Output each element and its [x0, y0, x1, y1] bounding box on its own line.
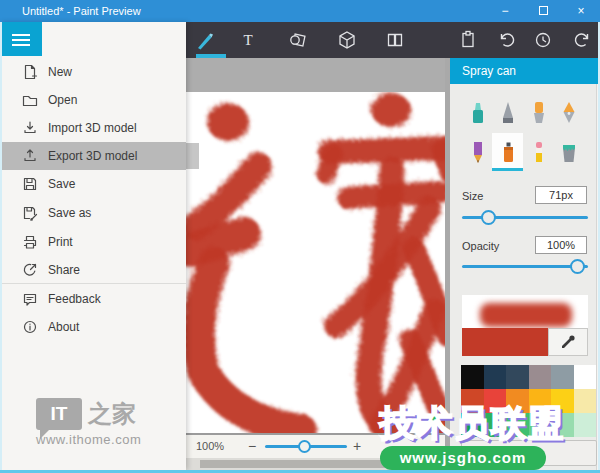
- tab-canvas[interactable]: [378, 22, 412, 58]
- marker-icon: [468, 100, 488, 126]
- redo-button[interactable]: [565, 22, 599, 58]
- brush-icon: [194, 29, 216, 51]
- spray-painted-text: 之家: [186, 92, 445, 433]
- eyedropper-icon: [559, 333, 577, 351]
- canvas-margin: [186, 58, 445, 92]
- window-title: Untitled* - Paint Preview: [22, 0, 141, 22]
- print-icon: [22, 234, 38, 250]
- jsgho-url-pill: www.jsgho.com: [380, 446, 546, 470]
- size-slider-thumb[interactable]: [481, 210, 496, 225]
- panel-header: Spray can: [450, 58, 600, 84]
- maximize-button[interactable]: [532, 0, 554, 22]
- opacity-input[interactable]: 100%: [535, 236, 587, 254]
- feedback-icon: [22, 291, 38, 307]
- panel-title: Spray can: [462, 58, 516, 84]
- palette-color[interactable]: [529, 365, 552, 389]
- open-folder-icon: [22, 92, 38, 108]
- close-button[interactable]: ×: [570, 0, 592, 22]
- tab-text[interactable]: T: [231, 22, 265, 58]
- palette-color[interactable]: [461, 365, 484, 389]
- brush-pen[interactable]: [553, 94, 584, 132]
- top-toolbar: T: [186, 22, 600, 58]
- history-button[interactable]: [526, 22, 560, 58]
- oil-brush-icon: [529, 100, 549, 126]
- pencil-icon: [468, 139, 488, 165]
- palette-color[interactable]: [506, 365, 529, 389]
- menu-item-feedback[interactable]: Feedback: [0, 285, 186, 313]
- menu-item-save[interactable]: Save: [0, 170, 186, 198]
- zoom-out-button[interactable]: −: [244, 435, 260, 458]
- current-color-swatch[interactable]: [462, 328, 548, 356]
- fill-bucket-icon: [559, 139, 579, 165]
- stickers-icon: [287, 29, 309, 51]
- ithome-url: www.ithome.com: [36, 432, 141, 447]
- menu-item-export-3d-model[interactable]: Export 3D model: [0, 142, 186, 170]
- hamburger-icon: [12, 44, 30, 46]
- palette-color[interactable]: [574, 389, 597, 413]
- frame-edge-left: [0, 22, 2, 470]
- ithome-logo: IT: [36, 398, 82, 430]
- undo-icon: [496, 29, 518, 51]
- share-icon: [22, 262, 38, 278]
- brush-oil-brush[interactable]: [523, 94, 554, 132]
- size-input[interactable]: 71px: [535, 186, 587, 204]
- menu-item-save-as[interactable]: Save as: [0, 199, 186, 227]
- menu-item-new[interactable]: New: [0, 58, 186, 86]
- crayon-icon: [529, 139, 549, 165]
- minimize-button[interactable]: −: [494, 0, 516, 22]
- save-as-icon: [22, 205, 38, 221]
- menu-item-share[interactable]: Share: [0, 256, 186, 284]
- paste-button[interactable]: [451, 22, 485, 58]
- clipboard-icon: [457, 29, 479, 51]
- app-window: Untitled* - Paint Preview − × T: [0, 0, 600, 473]
- menu-item-about[interactable]: About: [0, 313, 186, 341]
- maximize-icon: [539, 6, 548, 15]
- brush-calligraphy-pen[interactable]: [492, 94, 523, 132]
- pen-nib-icon: [559, 100, 579, 126]
- redo-icon: [571, 29, 593, 51]
- menu-item-import-3d-model[interactable]: Import 3D model: [0, 114, 186, 142]
- tab-3d[interactable]: [330, 22, 364, 58]
- brush-marker[interactable]: [462, 94, 493, 132]
- palette-color[interactable]: [574, 365, 597, 389]
- text-tool-icon: T: [243, 32, 252, 49]
- zoom-slider-thumb[interactable]: [298, 440, 311, 453]
- zoom-value: 100%: [196, 435, 224, 458]
- titlebar: Untitled* - Paint Preview − ×: [0, 0, 600, 22]
- save-icon: [22, 176, 38, 192]
- spray-can-icon: [498, 139, 518, 165]
- brush-fill[interactable]: [553, 133, 584, 171]
- menu-item-open[interactable]: Open: [0, 86, 186, 114]
- ithome-logo-suffix: 之家: [88, 398, 136, 430]
- jsgho-title: 技术员联盟: [380, 400, 565, 447]
- palette-color[interactable]: [551, 365, 574, 389]
- tab-stickers[interactable]: [281, 22, 315, 58]
- opacity-slider-thumb[interactable]: [570, 259, 585, 274]
- undo-button[interactable]: [490, 22, 524, 58]
- history-clock-icon: [532, 29, 554, 51]
- brush-spray-can[interactable]: [492, 133, 523, 171]
- zoom-in-button[interactable]: +: [349, 435, 365, 458]
- calligraphy-pen-icon: [498, 100, 518, 126]
- hamburger-icon: [12, 34, 30, 36]
- stroke-preview: [462, 295, 588, 328]
- import-icon: [22, 120, 38, 136]
- cube-3d-icon: [336, 29, 358, 51]
- jsgho-url: www.jsgho.com: [380, 446, 546, 470]
- drawing-canvas[interactable]: 之家: [186, 92, 445, 433]
- canvas-scrollbar-fragment[interactable]: [186, 143, 199, 169]
- hamburger-icon: [12, 39, 30, 41]
- about-info-icon: [22, 319, 38, 335]
- brush-crayon[interactable]: [523, 133, 554, 171]
- tab-brushes[interactable]: [188, 22, 222, 58]
- menu-item-print[interactable]: Print: [0, 228, 186, 256]
- spray-stroke-sample: [480, 303, 572, 327]
- palette-color[interactable]: [574, 413, 597, 437]
- hamburger-menu-button[interactable]: [0, 22, 42, 56]
- eyedropper-button[interactable]: [548, 328, 588, 356]
- palette-color[interactable]: [484, 365, 507, 389]
- brush-pencil[interactable]: [462, 133, 493, 171]
- export-icon: [22, 148, 38, 164]
- canvas-icon: [384, 29, 406, 51]
- new-document-icon: [22, 64, 38, 80]
